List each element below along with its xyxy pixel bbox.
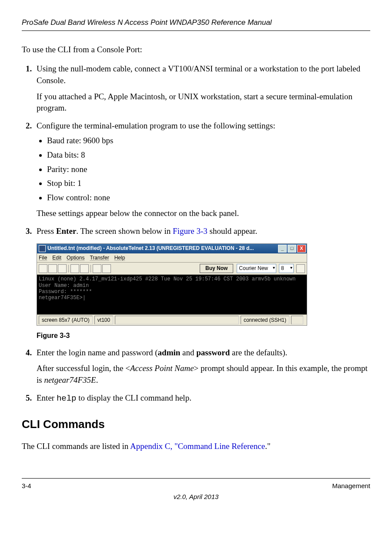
toolbar: Buy Now Courier New 8 [37, 263, 307, 275]
app-icon [39, 245, 46, 252]
step-3-pre: Press [37, 226, 56, 236]
menubar: File Edit Options Transfer Help [37, 253, 307, 263]
footer-version: v2.0, April 2013 [22, 492, 370, 501]
menu-transfer[interactable]: Transfer [90, 254, 109, 262]
step-4: Enter the login name and password (admin… [34, 347, 370, 386]
figure-caption: Figure 3-3 [37, 331, 370, 341]
term-line-3: Password: ******* [39, 289, 92, 295]
step-5-code: help [57, 394, 77, 403]
doc-header-title: ProSafe Dual Band Wireless N Access Poin… [22, 17, 370, 31]
term-line-4: netgear74F35E>| [39, 295, 86, 301]
footer-chapter: Management [332, 481, 370, 490]
step-4-para2: After successful login, the <Access Poin… [37, 363, 370, 386]
step-3: Press Enter. The screen shown below in F… [34, 226, 370, 341]
term-line-2: User Name: admin [39, 283, 89, 289]
step-4-post1: are the defaults). [230, 348, 287, 357]
step-2: Configure the terminal-emulation program… [34, 120, 370, 219]
step-1-para2: If you attached a PC, Apple Macintosh, o… [37, 91, 370, 114]
step-3-bold: Enter [56, 226, 76, 236]
status-conn: connected (SSH1) [241, 316, 289, 325]
steps-list: Using the null-modem cable, connect a VT… [22, 63, 370, 404]
toolbar-sep-2 [90, 265, 91, 273]
section-body-pre: The CLI commands are listed in [22, 442, 130, 451]
page-footer: 3-4 Management [22, 478, 370, 490]
step-4-p2a: After successful login, the < [37, 364, 130, 373]
minimize-button[interactable]: _ [278, 245, 287, 253]
font-select[interactable]: Courier New [237, 264, 276, 273]
window-title-text: Untitled.tnt (modified) - AbsoluteTelnet… [47, 245, 276, 252]
bullet-databits: Data bits: 8 [47, 149, 370, 161]
toolbar-icon-2[interactable] [48, 264, 57, 273]
toolbar-sep [68, 265, 69, 273]
toolbar-icon-3[interactable] [58, 264, 67, 273]
step-2-after: These settings appear below the connecto… [37, 208, 370, 219]
menu-file[interactable]: File [39, 254, 47, 262]
step-5-pre: Enter [37, 393, 57, 402]
figure-3-3-link[interactable]: Figure 3-3 [173, 226, 208, 236]
step-3-mid: . The screen shown below in [76, 226, 173, 236]
bullet-baud: Baud rate: 9600 bps [47, 135, 370, 147]
toolbar-icon-6[interactable] [93, 264, 101, 273]
bullet-flow: Flow control: none [47, 192, 370, 204]
maximize-button[interactable]: □ [288, 245, 296, 253]
status-term: vt100 [94, 316, 113, 325]
toolbar-icon-4[interactable] [70, 264, 79, 273]
step-4-mid1: and [180, 348, 196, 357]
appendix-c-link[interactable]: Appendix C, "Command Line Reference [130, 442, 265, 451]
toolbar-icon-5[interactable] [80, 264, 89, 273]
step-4-pre: Enter the login name and password ( [37, 348, 158, 357]
telnet-window: Untitled.tnt (modified) - AbsoluteTelnet… [37, 243, 307, 326]
status-spacer [115, 316, 239, 325]
status-screen: screen 85x7 (AUTO) [39, 316, 93, 325]
toolbar-icon-1[interactable] [39, 264, 47, 273]
statusbar: screen 85x7 (AUTO) vt100 connected (SSH1… [37, 314, 307, 326]
toolbar-icon-8[interactable] [296, 264, 305, 273]
step-3-post: should appear. [208, 226, 258, 236]
step-4-p2e: . [96, 375, 98, 384]
step-5-post: to display the CLI command help. [77, 393, 191, 402]
window-titlebar: Untitled.tnt (modified) - AbsoluteTelnet… [37, 244, 307, 253]
status-grip [291, 316, 303, 325]
intro-text: To use the CLI from a Console Port: [22, 44, 370, 56]
menu-help[interactable]: Help [114, 254, 125, 262]
section-body: The CLI commands are listed in Appendix … [22, 441, 370, 452]
term-line-1: Linux (none) 2.4.17_mv121-ixdp425 #228 T… [39, 276, 296, 282]
toolbar-icon-7[interactable] [102, 264, 111, 273]
close-button[interactable]: X [297, 245, 306, 253]
buy-now-button[interactable]: Buy Now [200, 264, 233, 273]
terminal-output: Linux (none) 2.4.17_mv121-ixdp425 #228 T… [37, 275, 307, 314]
step-5: Enter help to display the CLI command he… [34, 392, 370, 405]
step-1-para1: Using the null-modem cable, connect a VT… [37, 64, 360, 85]
step-4-admin: admin [158, 348, 181, 357]
bullet-stopbit: Stop bit: 1 [47, 178, 370, 189]
font-size-select[interactable]: 8 [279, 264, 294, 273]
section-heading-cli-commands: CLI Commands [22, 416, 370, 432]
menu-edit[interactable]: Edit [52, 254, 61, 262]
step-2-para: Configure the terminal-emulation program… [37, 121, 275, 130]
step-2-bullets: Baud rate: 9600 bps Data bits: 8 Parity:… [37, 135, 370, 203]
step-4-prompt: netgear74F35E [44, 375, 96, 384]
figure-3-3: Untitled.tnt (modified) - AbsoluteTelnet… [37, 243, 370, 341]
step-1: Using the null-modem cable, connect a VT… [34, 63, 370, 114]
section-body-post: ." [265, 442, 271, 451]
menu-options[interactable]: Options [67, 254, 84, 262]
bullet-parity: Parity: none [47, 164, 370, 175]
step-4-password: password [196, 348, 230, 357]
footer-pagenum: 3-4 [22, 481, 31, 490]
step-4-apname: Access Point Name [130, 364, 194, 373]
